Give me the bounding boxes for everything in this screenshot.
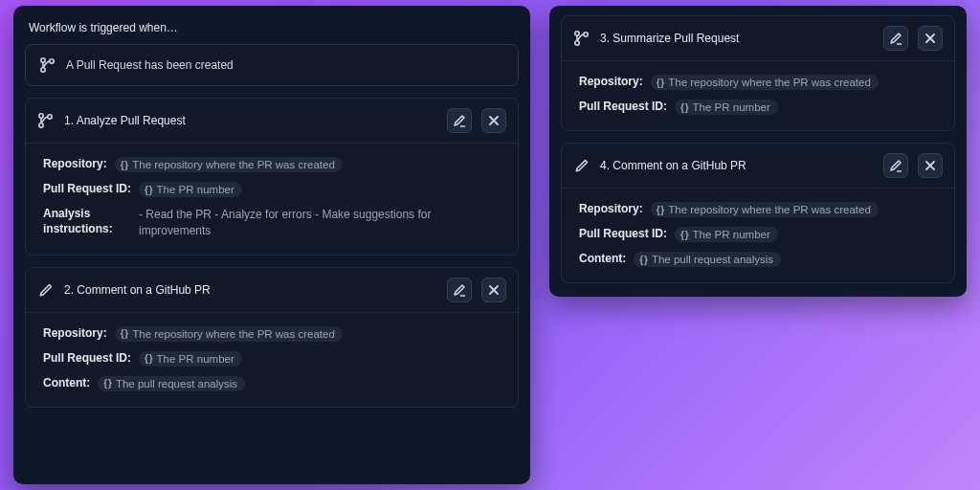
git-branch-icon	[37, 112, 55, 129]
param-row: Analysis instructions: - Read the PR - A…	[43, 207, 501, 239]
trigger-event-label: A Pull Request has been created	[66, 58, 234, 72]
param-row: Repository: { } The repository where the…	[43, 157, 501, 172]
token-text: The repository where the PR was created	[668, 204, 871, 215]
step-header[interactable]: 3. Summarize Pull Request	[562, 16, 954, 61]
param-label: Repository:	[43, 326, 107, 340]
braces-icon: { }	[657, 205, 664, 215]
token-text: The repository where the PR was created	[668, 77, 871, 88]
trigger-block: Workflow is triggered when… A Pull Reque…	[25, 15, 519, 86]
braces-icon: { }	[121, 160, 128, 170]
token-text: The repository where the PR was created	[132, 159, 335, 170]
token-text: The PR number	[157, 353, 234, 365]
param-label: Repository:	[579, 202, 643, 215]
param-label: Pull Request ID:	[579, 100, 667, 113]
param-label: Repository:	[579, 75, 643, 88]
param-row: Pull Request ID: { } The PR number	[579, 100, 937, 115]
pencil-icon	[37, 281, 55, 299]
braces-icon: { }	[121, 328, 128, 339]
variable-token[interactable]: { } The repository where the PR was crea…	[651, 75, 879, 90]
edit-button[interactable]	[883, 26, 908, 51]
param-label: Analysis instructions:	[43, 207, 131, 236]
variable-token[interactable]: { } The pull request analysis	[634, 252, 781, 267]
close-button[interactable]	[918, 26, 943, 51]
step-card: 1. Analyze Pull Request Repository: { } …	[25, 98, 519, 256]
step-body: Repository: { } The repository where the…	[26, 144, 518, 255]
param-row: Pull Request ID: { } The PR number	[43, 182, 501, 197]
git-branch-icon	[573, 30, 590, 47]
param-row: Repository: { } The repository where the…	[579, 75, 937, 90]
braces-icon: { }	[657, 78, 664, 88]
param-row: Pull Request ID: { } The PR number	[579, 227, 937, 242]
param-label: Content:	[43, 376, 90, 390]
step-title: 3. Summarize Pull Request	[600, 32, 874, 45]
step-title: 1. Analyze Pull Request	[64, 114, 437, 127]
trigger-title: Workflow is triggered when…	[25, 15, 519, 44]
git-branch-icon	[39, 56, 56, 74]
braces-icon: { }	[639, 255, 647, 265]
step-body: Repository: { } The repository where the…	[26, 313, 518, 407]
step-card: 4. Comment on a GitHub PR Repository: { …	[561, 143, 955, 283]
braces-icon: { }	[680, 102, 688, 113]
variable-token[interactable]: { } The pull request analysis	[98, 376, 245, 391]
braces-icon: { }	[145, 353, 152, 364]
edit-button[interactable]	[883, 153, 908, 178]
param-label: Pull Request ID:	[579, 227, 667, 240]
close-button[interactable]	[481, 108, 506, 133]
variable-token[interactable]: { } The repository where the PR was crea…	[651, 202, 879, 217]
token-text: The PR number	[693, 229, 770, 240]
step-header[interactable]: 2. Comment on a GitHub PR	[26, 268, 518, 313]
param-label: Repository:	[43, 157, 107, 170]
close-button[interactable]	[481, 278, 506, 302]
step-body: Repository: { } The repository where the…	[562, 189, 954, 282]
edit-button[interactable]	[447, 108, 472, 133]
braces-icon: { }	[145, 185, 152, 195]
variable-token[interactable]: { } The PR number	[139, 351, 242, 367]
variable-token[interactable]: { } The repository where the PR was crea…	[115, 157, 343, 172]
param-label: Pull Request ID:	[43, 351, 131, 365]
param-row: Pull Request ID: { } The PR number	[43, 351, 501, 367]
step-title: 2. Comment on a GitHub PR	[64, 283, 437, 297]
workflow-panel-right: 3. Summarize Pull Request Repository: { …	[549, 6, 967, 297]
variable-token[interactable]: { } The PR number	[675, 100, 778, 115]
token-text: The repository where the PR was created	[132, 328, 335, 340]
step-card: 3. Summarize Pull Request Repository: { …	[561, 15, 955, 131]
token-text: The pull request analysis	[652, 254, 773, 265]
variable-token[interactable]: { } The PR number	[139, 182, 242, 197]
param-label: Pull Request ID:	[43, 182, 131, 195]
step-header[interactable]: 1. Analyze Pull Request	[26, 99, 518, 144]
variable-token[interactable]: { } The repository where the PR was crea…	[115, 326, 343, 342]
param-row: Repository: { } The repository where the…	[43, 326, 501, 342]
step-card: 2. Comment on a GitHub PR Repository: { …	[25, 267, 519, 408]
step-title: 4. Comment on a GitHub PR	[600, 159, 874, 172]
edit-button[interactable]	[447, 278, 472, 302]
variable-token[interactable]: { } The PR number	[675, 227, 778, 242]
param-row: Content: { } The pull request analysis	[579, 252, 937, 267]
workflow-panel-left: Workflow is triggered when… A Pull Reque…	[13, 6, 530, 484]
step-body: Repository: { } The repository where the…	[562, 61, 954, 130]
pencil-icon	[573, 157, 590, 174]
step-header[interactable]: 4. Comment on a GitHub PR	[562, 144, 954, 189]
braces-icon: { }	[103, 378, 111, 389]
trigger-event-box[interactable]: A Pull Request has been created	[25, 44, 519, 86]
param-label: Content:	[579, 252, 626, 265]
param-value: - Read the PR - Analyze for errors - Mak…	[139, 207, 501, 239]
token-text: The PR number	[157, 184, 234, 195]
token-text: The PR number	[693, 101, 770, 113]
close-button[interactable]	[918, 153, 943, 178]
param-row: Content: { } The pull request analysis	[43, 376, 501, 391]
braces-icon: { }	[680, 230, 688, 240]
token-text: The pull request analysis	[116, 378, 237, 390]
param-row: Repository: { } The repository where the…	[579, 202, 937, 217]
